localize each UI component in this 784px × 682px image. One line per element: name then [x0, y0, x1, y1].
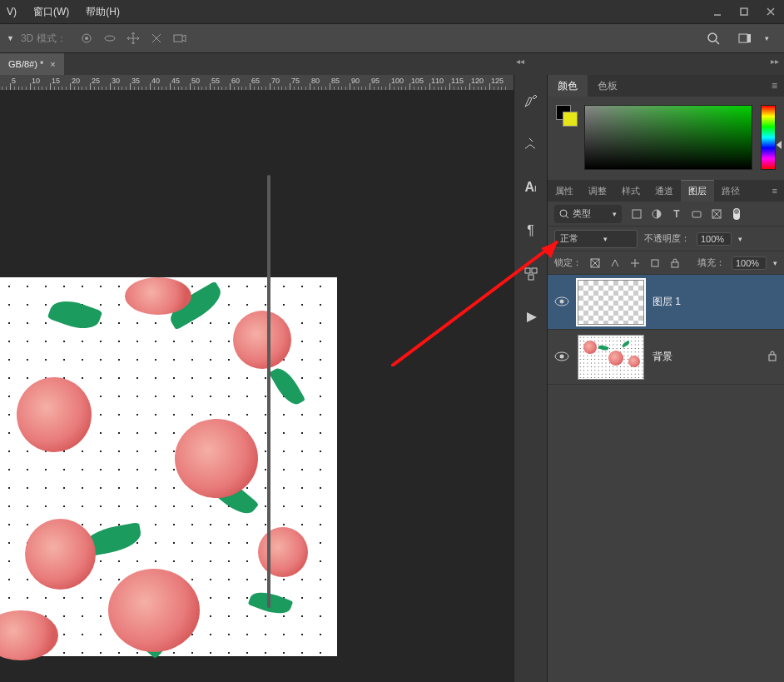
vertical-scrollbar[interactable] — [267, 175, 270, 608]
svg-rect-25 — [672, 262, 678, 267]
svg-rect-19 — [692, 212, 701, 217]
visibility-toggle-icon[interactable] — [554, 296, 569, 309]
menu-help[interactable]: 帮助(H) — [86, 5, 120, 19]
maximize-button[interactable] — [731, 0, 757, 23]
lock-label: 锁定： — [554, 256, 582, 269]
collapsed-panel: A| ¶ — [514, 75, 547, 682]
chevron-down-icon[interactable]: ▾ — [738, 235, 742, 243]
document-tab-title: GB/8#) * — [8, 59, 43, 69]
blend-mode-value: 正常 — [560, 232, 578, 245]
menu-view[interactable]: V) — [7, 6, 17, 17]
tab-layers[interactable]: 图层 — [681, 180, 714, 202]
panel-menu-icon[interactable]: ≡ — [772, 80, 784, 92]
menu-window[interactable]: 窗口(W) — [33, 5, 69, 19]
svg-rect-30 — [769, 355, 776, 361]
svg-rect-10 — [739, 34, 747, 42]
brush-settings-icon[interactable] — [522, 135, 540, 153]
tab-color[interactable]: 颜色 — [548, 75, 588, 97]
layer-name[interactable]: 背景 — [653, 350, 672, 364]
rotate-icon[interactable] — [102, 30, 118, 47]
chevron-down-icon: ▾ — [603, 235, 608, 243]
tab-styles[interactable]: 样式 — [614, 180, 648, 202]
lock-all-icon[interactable] — [668, 256, 682, 270]
svg-line-9 — [716, 41, 719, 44]
pan-icon[interactable] — [125, 30, 141, 47]
color-picker — [548, 97, 784, 180]
layer-thumbnail[interactable] — [578, 280, 644, 325]
mode3d-label: 3D 模式： — [21, 32, 67, 46]
horizontal-ruler: 0510152025303540455055606570758085909510… — [0, 75, 514, 90]
collapse-arrows-icon[interactable]: ◂◂ — [516, 57, 524, 66]
chevron-down-icon[interactable]: ▾ — [765, 34, 769, 42]
hue-slider[interactable] — [761, 105, 776, 170]
color-swatch[interactable] — [556, 105, 576, 125]
layer-row[interactable]: 背景 — [548, 330, 784, 385]
foreground-color-swatch[interactable] — [563, 112, 578, 127]
workspace-icon[interactable] — [737, 30, 753, 47]
canvas[interactable] — [0, 277, 337, 656]
filter-type-icon[interactable]: T — [670, 207, 683, 221]
svg-rect-17 — [633, 210, 641, 218]
search-icon[interactable] — [705, 30, 722, 47]
tab-properties[interactable]: 属性 — [548, 180, 581, 202]
lock-icon — [767, 350, 777, 364]
slide-icon[interactable] — [148, 30, 165, 47]
tab-close-icon[interactable]: × — [50, 59, 55, 69]
right-panel: 颜色 色板 ≡ 属性 调整 样式 通道 图层 路径 ≡ — [547, 75, 784, 682]
opacity-input[interactable]: 100% — [697, 232, 732, 246]
collapse-arrows-icon[interactable]: ▸▸ — [771, 57, 779, 66]
blend-mode-select[interactable]: 正常 ▾ — [554, 230, 638, 248]
tool-preset-icon[interactable] — [522, 265, 540, 283]
orbit-icon[interactable] — [78, 30, 95, 47]
minimize-button[interactable] — [704, 0, 731, 23]
filter-smart-icon[interactable] — [710, 207, 723, 221]
svg-point-8 — [708, 33, 717, 42]
layer-name[interactable]: 图层 1 — [653, 295, 681, 309]
window-controls — [704, 0, 784, 23]
camera-icon[interactable] — [171, 30, 188, 47]
canvas-area: 0510152025303540455055606570758085909510… — [0, 75, 514, 682]
paragraph-panel-icon[interactable]: ¶ — [522, 222, 540, 240]
visibility-toggle-icon[interactable] — [554, 351, 569, 364]
tab-channels[interactable]: 通道 — [648, 180, 681, 202]
search-icon — [559, 209, 569, 219]
svg-rect-12 — [525, 268, 530, 273]
canvas-image — [0, 277, 337, 656]
layer-filter-input[interactable] — [573, 209, 609, 219]
workspace: 0510152025303540455055606570758085909510… — [0, 75, 784, 682]
layer-thumbnail[interactable] — [578, 335, 644, 380]
svg-point-27 — [560, 299, 564, 303]
filter-adjust-icon[interactable] — [650, 207, 663, 221]
lock-position-icon[interactable] — [628, 256, 642, 270]
chevron-down-icon[interactable]: ▼ — [7, 34, 14, 42]
brush-panel-icon[interactable] — [522, 92, 540, 110]
tab-adjustments[interactable]: 调整 — [581, 180, 614, 202]
character-panel-icon[interactable]: A| — [522, 178, 540, 197]
hue-marker-icon[interactable] — [777, 141, 782, 149]
close-button[interactable] — [757, 0, 784, 23]
svg-line-16 — [566, 216, 568, 218]
document-tab-bar: GB/8#) * × ◂◂ ▸▸ — [0, 53, 784, 75]
svg-point-6 — [105, 36, 115, 41]
color-panel-tabs: 颜色 色板 ≡ — [548, 75, 784, 97]
layer-row[interactable]: 图层 1 — [548, 275, 784, 330]
play-panel-icon[interactable] — [522, 308, 540, 326]
tab-paths[interactable]: 路径 — [714, 180, 747, 202]
color-field[interactable] — [584, 105, 752, 170]
svg-point-5 — [85, 37, 88, 40]
svg-rect-7 — [174, 35, 182, 42]
panel-menu-icon[interactable]: ≡ — [772, 186, 784, 196]
chevron-down-icon[interactable]: ▾ — [613, 210, 617, 218]
fill-input[interactable]: 100% — [732, 256, 767, 270]
filter-pixel-icon[interactable] — [630, 207, 643, 221]
chevron-down-icon[interactable]: ▾ — [773, 259, 777, 267]
lock-paint-icon[interactable] — [608, 256, 622, 270]
lock-transform-icon[interactable] — [648, 256, 662, 270]
layer-type-filter[interactable]: ▾ — [554, 205, 622, 223]
layers-list: 图层 1背景 — [548, 275, 784, 682]
document-tab[interactable]: GB/8#) * × — [0, 53, 64, 75]
tab-swatches[interactable]: 色板 — [588, 75, 628, 97]
filter-shape-icon[interactable] — [690, 207, 703, 221]
lock-pixels-icon[interactable] — [588, 256, 602, 270]
filter-toggle-icon[interactable] — [730, 207, 743, 221]
